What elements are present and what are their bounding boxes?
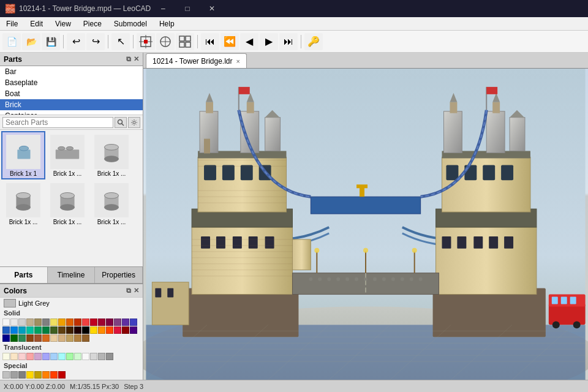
color-swatch-24[interactable] (58, 326, 66, 334)
bottom-tab-parts[interactable]: Parts (0, 267, 48, 283)
part-cell-5[interactable]: Brick 1x ... (89, 179, 134, 228)
settings-button[interactable] (128, 117, 140, 128)
color-swatch-1[interactable] (10, 318, 18, 326)
current-color-row[interactable]: Light Grey (0, 298, 143, 309)
color-swatch-21[interactable] (34, 326, 42, 334)
colors-close-icon[interactable]: ✕ (134, 287, 139, 295)
color-swatch-42[interactable] (66, 334, 74, 342)
part-cell-2[interactable]: Brick 1x ... (89, 131, 134, 179)
part-cell-3[interactable]: Brick 1x ... (1, 179, 45, 228)
color-swatch-18[interactable] (10, 326, 18, 334)
menu-item-submodel[interactable]: Submodel (108, 17, 153, 31)
color-swatch-39[interactable] (42, 334, 50, 342)
color-swatch-29[interactable] (98, 326, 105, 334)
color-swatch-36[interactable] (18, 334, 26, 342)
snap1-button[interactable] (137, 33, 155, 50)
prev-frame-button[interactable]: ◀ (240, 33, 258, 50)
color-swatch-41[interactable] (58, 334, 66, 342)
color-swatch-7[interactable] (58, 371, 66, 379)
color-swatch-28[interactable] (90, 326, 97, 334)
menu-item-piece[interactable]: Piece (77, 17, 108, 31)
color-swatch-2[interactable] (18, 318, 26, 326)
color-swatch-20[interactable] (26, 326, 34, 334)
color-swatch-13[interactable] (106, 318, 113, 326)
category-item-container[interactable]: Container (0, 110, 143, 115)
viewport-tab[interactable]: 10214 - Tower Bridge.ldr × (146, 53, 247, 68)
color-swatch-4[interactable] (34, 371, 42, 379)
category-item-baseplate[interactable]: Baseplate (0, 77, 143, 88)
color-swatch-5[interactable] (42, 318, 50, 326)
color-swatch-10[interactable] (82, 318, 89, 326)
category-item-boat[interactable]: Boat (0, 88, 143, 99)
color-swatch-0[interactable] (2, 371, 10, 379)
color-swatch-38[interactable] (34, 334, 42, 342)
color-swatch-19[interactable] (18, 326, 26, 334)
color-swatch-1[interactable] (10, 371, 18, 379)
panel-float-icon[interactable]: ⧉ (126, 55, 131, 63)
color-swatch-23[interactable] (50, 326, 58, 334)
color-swatch-8[interactable] (66, 353, 74, 360)
color-swatch-8[interactable] (66, 318, 74, 326)
category-item-brick[interactable]: Brick (0, 99, 143, 110)
color-swatch-6[interactable] (50, 371, 58, 379)
open-button[interactable]: 📂 (22, 33, 40, 50)
color-swatch-3[interactable] (26, 353, 34, 360)
viewport-canvas[interactable] (143, 69, 588, 380)
color-swatch-0[interactable] (2, 353, 10, 360)
menu-item-help[interactable]: Help (153, 17, 181, 31)
part-cell-1[interactable]: Brick 1x ... (45, 131, 89, 179)
color-swatch-34[interactable] (2, 334, 10, 342)
category-item-bar[interactable]: Bar (0, 66, 143, 77)
color-swatch-26[interactable] (74, 326, 81, 334)
new-button[interactable]: 📄 (2, 33, 21, 50)
color-swatch-17[interactable] (2, 326, 10, 334)
color-swatch-5[interactable] (42, 371, 50, 379)
maximize-button[interactable]: □ (175, 0, 200, 17)
color-swatch-14[interactable] (114, 318, 121, 326)
color-swatch-40[interactable] (50, 334, 58, 342)
color-swatch-30[interactable] (106, 326, 113, 334)
viewport-tab-close[interactable]: × (236, 58, 240, 65)
menu-item-view[interactable]: View (49, 17, 77, 31)
color-swatch-12[interactable] (98, 318, 105, 326)
color-swatch-2[interactable] (18, 371, 26, 379)
color-swatch-7[interactable] (58, 318, 66, 326)
color-swatch-43[interactable] (74, 334, 81, 342)
color-swatch-7[interactable] (58, 353, 66, 360)
color-swatch-27[interactable] (82, 326, 89, 334)
color-swatch-32[interactable] (122, 326, 129, 334)
color-swatch-0[interactable] (2, 318, 10, 326)
color-swatch-6[interactable] (50, 353, 58, 360)
color-swatch-9[interactable] (74, 353, 81, 360)
color-swatch-4[interactable] (34, 353, 42, 360)
color-swatch-44[interactable] (82, 334, 89, 342)
color-swatch-5[interactable] (42, 353, 50, 360)
color-swatch-6[interactable] (50, 318, 58, 326)
color-swatch-13[interactable] (106, 353, 113, 360)
bottom-tab-timeline[interactable]: Timeline (48, 267, 96, 283)
color-swatch-9[interactable] (74, 318, 81, 326)
redo-button[interactable]: ↪ (86, 33, 105, 50)
bottom-tab-properties[interactable]: Properties (95, 267, 143, 283)
color-swatch-12[interactable] (98, 353, 105, 360)
undo-button[interactable]: ↩ (67, 33, 85, 50)
color-swatch-25[interactable] (66, 326, 74, 334)
color-swatch-1[interactable] (10, 353, 18, 360)
color-swatch-16[interactable] (130, 318, 137, 326)
color-swatch-37[interactable] (26, 334, 34, 342)
save-button[interactable]: 💾 (42, 33, 60, 50)
part-cell-4[interactable]: Brick 1x ... (45, 179, 89, 228)
part-cell-0[interactable]: Brick 1x 1 (1, 131, 45, 179)
color-swatch-11[interactable] (90, 318, 97, 326)
color-swatch-3[interactable] (26, 371, 34, 379)
search-input[interactable] (2, 117, 113, 128)
first-frame-button[interactable]: ⏮ (201, 33, 219, 50)
snap2-button[interactable] (156, 33, 175, 50)
color-swatch-4[interactable] (34, 318, 42, 326)
color-swatch-35[interactable] (10, 334, 18, 342)
search-button[interactable] (115, 117, 127, 128)
panel-close-icon[interactable]: ✕ (134, 55, 139, 63)
minimize-button[interactable]: – (151, 0, 175, 17)
color-swatch-11[interactable] (90, 353, 97, 360)
next-frame-button[interactable]: ▶ (260, 33, 278, 50)
